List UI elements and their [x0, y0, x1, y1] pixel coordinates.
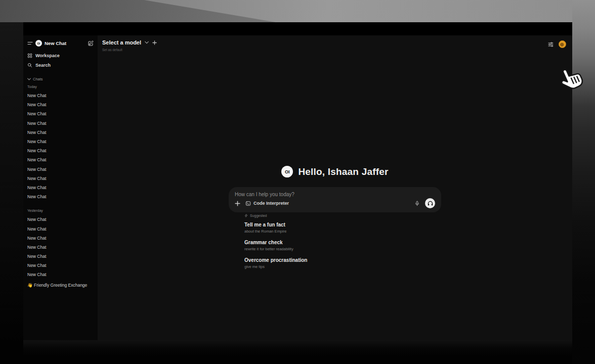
- prompt-placeholder: How can I help you today?: [235, 192, 435, 197]
- suggested-prompt[interactable]: Grammar check rewrite it for better read…: [244, 240, 447, 251]
- sidebar-toggle-icon[interactable]: [27, 41, 33, 46]
- chat-group-label-yesterday: Yesterday: [27, 209, 94, 213]
- chat-list-yesterday: New ChatNew ChatNew ChatNew ChatNew Chat…: [27, 215, 94, 279]
- chat-list-item[interactable]: New Chat: [27, 174, 94, 183]
- prompt-input-box[interactable]: How can I help you today? Code Interpret…: [229, 187, 441, 212]
- chat-list-item[interactable]: New Chat: [27, 100, 94, 109]
- suggested-prompt[interactable]: Overcome procrastination give me tips: [244, 257, 447, 269]
- wallpaper-left-band: [0, 22, 23, 364]
- chat-list-item[interactable]: New Chat: [27, 165, 94, 174]
- chat-list-item[interactable]: New Chat: [27, 91, 94, 100]
- sidebar-nav: Workspace Search: [27, 51, 94, 70]
- voice-call-button[interactable]: [425, 198, 435, 208]
- terminal-icon: [245, 201, 251, 206]
- chat-list-today: New ChatNew ChatNew ChatNew ChatNew Chat…: [27, 91, 94, 201]
- prompt-toolbar: Code Interpreter: [235, 198, 435, 208]
- microphone-icon[interactable]: [414, 200, 420, 207]
- chat-list-item[interactable]: New Chat: [27, 155, 94, 164]
- window-title-bar: [23, 22, 572, 35]
- bolt-icon: [244, 213, 248, 218]
- suggested-list: Tell me a fun fact about the Roman Empir…: [244, 222, 447, 269]
- suggested-prompt[interactable]: Tell me a fun fact about the Roman Empir…: [244, 222, 447, 234]
- user-avatar[interactable]: [559, 40, 566, 48]
- app-logo: OI: [281, 166, 293, 177]
- workspace-grid-icon: [27, 53, 32, 58]
- suggested-section: Suggested Tell me a fun fact about the R…: [244, 213, 447, 275]
- chat-list-item[interactable]: New Chat: [27, 183, 94, 192]
- chevron-down-icon: [145, 41, 149, 44]
- wallpaper-right-band: [572, 0, 595, 364]
- model-selector-label: Select a model: [102, 39, 141, 46]
- sidebar-item-workspace[interactable]: Workspace: [27, 51, 94, 60]
- controls-sliders-icon[interactable]: [547, 41, 554, 48]
- chat-list-item[interactable]: New Chat: [27, 109, 94, 118]
- suggested-prompt-subtitle: about the Roman Empire: [244, 229, 447, 234]
- sidebar-item-search[interactable]: Search: [27, 60, 94, 70]
- greeting-text: Hello, Ishaan Jaffer: [298, 166, 388, 177]
- chat-group-label-today: Today: [27, 85, 94, 89]
- suggested-prompt-title: Tell me a fun fact: [244, 222, 447, 228]
- chat-list-item[interactable]: New Chat: [27, 137, 94, 146]
- main-area: Select a model Set as default: [98, 35, 572, 340]
- chat-list-item[interactable]: New Chat: [27, 146, 94, 155]
- model-selector[interactable]: Select a model: [102, 39, 157, 46]
- chat-list-item[interactable]: New Chat: [27, 234, 94, 243]
- chat-list-item[interactable]: New Chat: [27, 243, 94, 252]
- search-icon: [27, 63, 32, 68]
- greeting-row: OI Hello, Ishaan Jaffer: [98, 166, 572, 177]
- suggested-label: Suggested: [250, 214, 267, 217]
- chat-list-item-named[interactable]: 👋 Friendly Greeting Exchange: [27, 281, 94, 290]
- chat-list-item[interactable]: New Chat: [27, 261, 94, 270]
- sidebar: OI New Chat Workspace Search: [23, 35, 98, 340]
- chat-list-item[interactable]: New Chat: [27, 119, 94, 128]
- chat-list-item[interactable]: New Chat: [27, 224, 94, 233]
- sidebar-title: New Chat: [45, 40, 85, 46]
- chat-list-item[interactable]: New Chat: [27, 128, 94, 137]
- search-label: Search: [35, 63, 51, 68]
- sidebar-header: OI New Chat: [27, 39, 94, 48]
- chat-list-item[interactable]: New Chat: [27, 252, 94, 261]
- add-model-icon[interactable]: [152, 40, 157, 45]
- code-interpreter-label: Code Interpreter: [253, 201, 289, 206]
- code-interpreter-toggle[interactable]: Code Interpreter: [245, 201, 289, 206]
- suggested-prompt-title: Grammar check: [244, 240, 447, 245]
- chat-list-item[interactable]: New Chat: [27, 270, 94, 279]
- suggested-prompt-title: Overcome procrastination: [244, 257, 447, 263]
- new-chat-icon[interactable]: [88, 40, 94, 47]
- app-window: OI New Chat Workspace Search: [23, 22, 572, 340]
- top-right-controls: [547, 40, 566, 48]
- app-logo: OI: [35, 40, 42, 47]
- wallpaper-bottom-band: [23, 340, 572, 364]
- chat-list-item[interactable]: New Chat: [27, 215, 94, 224]
- suggested-prompt-subtitle: give me tips: [244, 264, 447, 269]
- chevron-down-icon: [27, 78, 31, 80]
- suggested-header: Suggested: [244, 213, 447, 218]
- chats-section-label: Chats: [33, 77, 43, 81]
- attach-plus-icon[interactable]: [235, 201, 240, 206]
- suggested-prompt-subtitle: rewrite it for better readability: [244, 247, 447, 251]
- workspace-label: Workspace: [35, 53, 60, 58]
- chat-list-item[interactable]: New Chat: [27, 192, 94, 201]
- chats-section-toggle[interactable]: Chats: [27, 76, 94, 82]
- model-header: Select a model Set as default: [102, 39, 157, 52]
- set-default-link[interactable]: Set as default: [102, 48, 157, 52]
